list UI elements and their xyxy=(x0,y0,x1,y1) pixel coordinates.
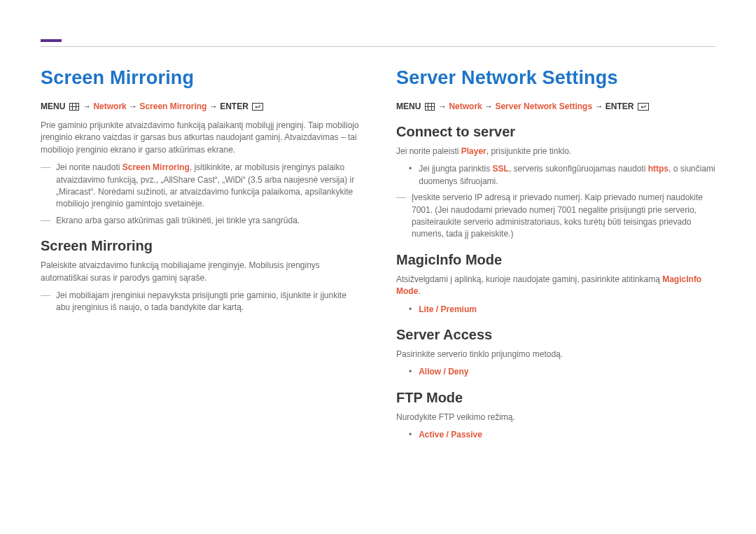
left-menu-path: MENU → Network → Screen Mirroring → ENTE… xyxy=(41,101,360,113)
arrow-icon: → xyxy=(438,101,447,111)
enter-label: ENTER xyxy=(220,101,248,111)
right-menu-path: MENU → Network → Server Network Settings… xyxy=(396,101,715,113)
left-note-3: Jei mobiliajam įrenginiui nepavyksta pri… xyxy=(41,290,360,314)
path-network: Network xyxy=(449,101,482,111)
text: Ekrano arba garso atkūrimas gali trūkinė… xyxy=(56,215,360,227)
text: Jei norite paleisti xyxy=(396,146,461,156)
arrow-icon: → xyxy=(129,101,137,111)
text: Atsižvelgdami į aplinką, kurioje naudoja… xyxy=(396,274,662,284)
menu-grid-icon xyxy=(69,103,79,113)
text: Jei norite naudoti xyxy=(56,162,122,172)
connect-note: Įveskite serverio IP adresą ir prievado … xyxy=(396,192,715,241)
emphasis: Screen Mirroring xyxy=(122,162,190,172)
magic-head: MagicInfo Mode xyxy=(396,252,715,268)
text: Jei mobiliajam įrenginiui nepavyksta pri… xyxy=(56,290,360,314)
magic-opt: Lite / Premium xyxy=(396,304,715,316)
ftp-opt: Active / Passive xyxy=(396,429,715,441)
access-p: Pasirinkite serverio tinklo prijungimo m… xyxy=(396,349,715,360)
enter-label: ENTER xyxy=(606,101,634,111)
left-p2: Paleiskite atvaizdavimo funkciją mobilia… xyxy=(41,260,360,284)
menu-grid-icon xyxy=(425,103,435,113)
arrow-icon: → xyxy=(209,101,218,111)
access-opt: Allow / Deny xyxy=(396,366,715,378)
ftp-head: FTP Mode xyxy=(396,390,715,406)
path-item: Server Network Settings xyxy=(495,101,592,111)
emphasis: Player xyxy=(461,146,486,156)
arrow-icon: → xyxy=(83,101,91,111)
arrow-icon: → xyxy=(484,101,493,111)
menu-label: MENU xyxy=(41,101,65,111)
right-title: Server Network Settings xyxy=(396,67,715,89)
arrow-icon: → xyxy=(594,101,603,111)
connect-bullet: Jei įjungta parinktis SSL, serveris suko… xyxy=(396,163,715,188)
path-item: Screen Mirroring xyxy=(139,101,206,111)
emphasis: https xyxy=(648,164,668,174)
text: Įveskite serverio IP adresą ir prievado … xyxy=(412,192,715,241)
page: Screen Mirroring MENU → Network → Screen… xyxy=(0,0,756,534)
text: . xyxy=(418,286,420,296)
option-value: Active / Passive xyxy=(419,429,715,441)
path-network: Network xyxy=(93,101,126,111)
magic-p: Atsižvelgdami į aplinką, kurioje naudoja… xyxy=(396,274,715,298)
left-subhead: Screen Mirroring xyxy=(41,238,360,254)
left-column: Screen Mirroring MENU → Network → Screen… xyxy=(41,67,360,445)
enter-icon xyxy=(252,103,263,113)
emphasis: SSL xyxy=(493,164,509,174)
option-value: Allow / Deny xyxy=(419,366,715,378)
option-value: Lite / Premium xyxy=(419,304,715,316)
connect-p: Jei norite paleisti Player, prisijunkite… xyxy=(396,146,715,157)
text: , prisijunkite prie tinklo. xyxy=(486,146,571,156)
enter-icon xyxy=(638,103,649,113)
text: , serveris sukonfigūruojamas naudoti xyxy=(509,164,648,174)
connect-head: Connect to server xyxy=(396,124,715,140)
left-note-1: Jei norite naudoti Screen Mirroring, įsi… xyxy=(41,162,360,211)
ftp-p: Nurodykite FTP veikimo režimą. xyxy=(396,412,715,423)
menu-label: MENU xyxy=(396,101,421,111)
left-intro: Prie gaminio prijunkite atvaizdavimo fun… xyxy=(41,120,360,156)
right-column: Server Network Settings MENU → Network →… xyxy=(396,67,715,445)
text: Jei įjungta parinktis xyxy=(419,164,492,174)
left-title: Screen Mirroring xyxy=(41,67,360,89)
content-columns: Screen Mirroring MENU → Network → Screen… xyxy=(41,39,715,445)
left-note-2: Ekrano arba garso atkūrimas gali trūkinė… xyxy=(41,215,360,227)
access-head: Server Access xyxy=(396,327,715,343)
